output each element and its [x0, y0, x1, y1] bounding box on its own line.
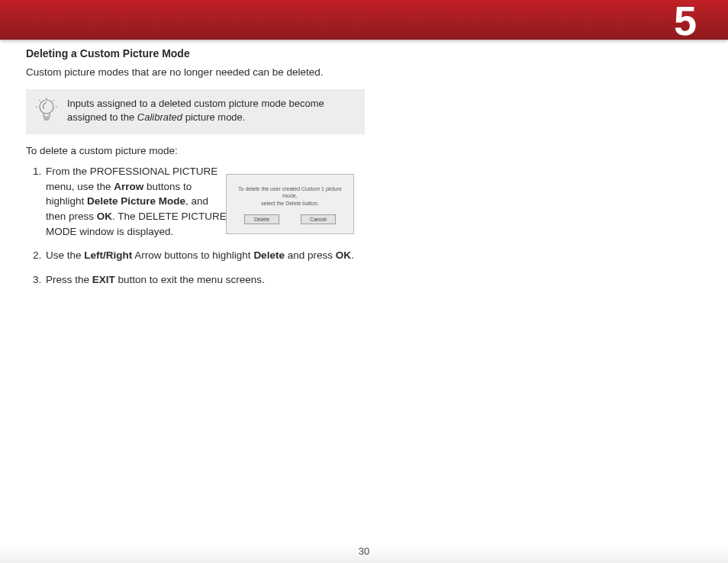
callout-italic: Calibrated [137, 111, 182, 123]
page-content: Deleting a Custom Picture Mode Custom pi… [26, 47, 702, 296]
chapter-number: 5 [674, 0, 697, 44]
svg-line-6 [39, 100, 40, 101]
delete-picture-mode-dialog: To delete the user created Custom 1 pict… [226, 174, 354, 234]
lightbulb-icon [34, 98, 60, 124]
step-2: Use the Left/Right Arrow buttons to high… [44, 248, 362, 263]
dialog-delete-button[interactable]: Delete [244, 214, 279, 224]
dialog-buttons: Delete Cancel [233, 214, 347, 224]
dialog-cancel-button[interactable]: Cancel [301, 214, 336, 224]
callout-post: picture mode. [182, 111, 245, 123]
dialog-message: To delete the user created Custom 1 pict… [233, 185, 347, 207]
callout-text: Inputs assigned to a deleted custom pict… [67, 97, 354, 126]
svg-line-7 [53, 100, 54, 101]
svg-point-0 [40, 100, 53, 114]
step-3: Press the EXIT button to exit the menu s… [44, 272, 362, 288]
step-1: From the PROFESSIONAL PICTURE menu, use … [44, 164, 229, 239]
page-number: 30 [0, 545, 728, 557]
info-callout: Inputs assigned to a deleted custom pict… [26, 89, 365, 135]
intro-paragraph: Custom picture modes that are no longer … [26, 65, 362, 80]
section-title: Deleting a Custom Picture Mode [26, 47, 702, 60]
chapter-header-band: 5 [0, 0, 728, 40]
steps-lead-in: To delete a custom picture mode: [26, 145, 702, 156]
